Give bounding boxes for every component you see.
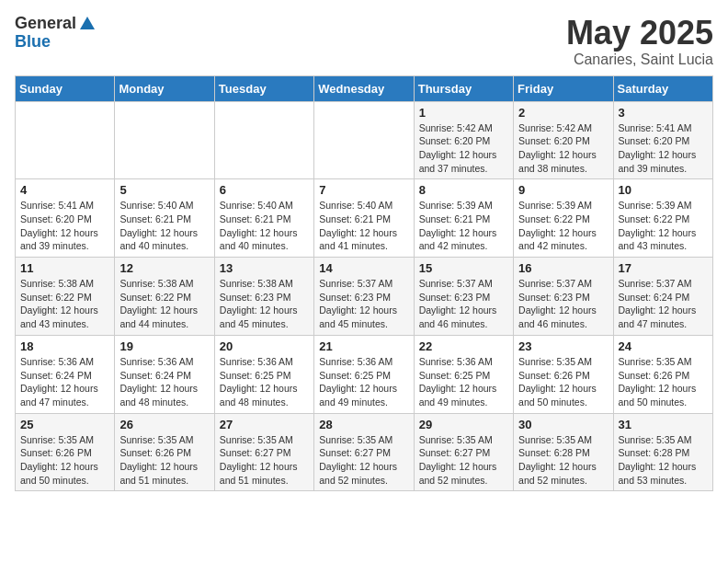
logo-blue-text: Blue — [15, 33, 51, 52]
calendar-cell: 2Sunrise: 5:42 AM Sunset: 6:20 PM Daylig… — [514, 101, 613, 179]
day-info: Sunrise: 5:35 AM Sunset: 6:28 PM Dayligh… — [518, 433, 608, 488]
day-info: Sunrise: 5:40 AM Sunset: 6:21 PM Dayligh… — [119, 199, 209, 253]
day-number: 22 — [419, 339, 508, 353]
day-number: 8 — [419, 183, 508, 197]
calendar-cell: 25Sunrise: 5:35 AM Sunset: 6:26 PM Dayli… — [16, 413, 115, 491]
day-number: 29 — [419, 418, 508, 431]
day-info: Sunrise: 5:35 AM Sunset: 6:26 PM Dayligh… — [518, 355, 608, 409]
calendar-cell: 8Sunrise: 5:39 AM Sunset: 6:21 PM Daylig… — [414, 179, 513, 258]
day-number: 2 — [518, 106, 608, 120]
calendar-cell: 16Sunrise: 5:37 AM Sunset: 6:23 PM Dayli… — [514, 258, 613, 336]
calendar-cell: 27Sunrise: 5:35 AM Sunset: 6:27 PM Dayli… — [214, 413, 313, 491]
day-number: 5 — [119, 183, 209, 197]
day-number: 11 — [20, 261, 109, 275]
calendar-cell: 10Sunrise: 5:39 AM Sunset: 6:22 PM Dayli… — [613, 179, 712, 258]
calendar-cell: 12Sunrise: 5:38 AM Sunset: 6:22 PM Dayli… — [115, 258, 214, 336]
calendar-cell: 28Sunrise: 5:35 AM Sunset: 6:27 PM Dayli… — [314, 413, 414, 491]
calendar-cell: 11Sunrise: 5:38 AM Sunset: 6:22 PM Dayli… — [16, 258, 115, 336]
day-info: Sunrise: 5:39 AM Sunset: 6:21 PM Dayligh… — [419, 199, 508, 253]
calendar-cell: 15Sunrise: 5:37 AM Sunset: 6:23 PM Dayli… — [414, 258, 513, 336]
calendar-week-row: 25Sunrise: 5:35 AM Sunset: 6:26 PM Dayli… — [16, 413, 713, 491]
day-info: Sunrise: 5:38 AM Sunset: 6:22 PM Dayligh… — [119, 277, 209, 331]
column-header-thursday: Thursday — [414, 75, 513, 101]
calendar-cell: 17Sunrise: 5:37 AM Sunset: 6:24 PM Dayli… — [613, 258, 712, 336]
calendar-cell: 26Sunrise: 5:35 AM Sunset: 6:26 PM Dayli… — [115, 413, 214, 491]
calendar-cell: 30Sunrise: 5:35 AM Sunset: 6:28 PM Dayli… — [514, 413, 613, 491]
column-header-friday: Friday — [514, 75, 613, 101]
day-info: Sunrise: 5:35 AM Sunset: 6:26 PM Dayligh… — [20, 433, 109, 488]
month-title: May 2025 — [566, 15, 713, 52]
day-info: Sunrise: 5:41 AM Sunset: 6:20 PM Dayligh… — [20, 199, 109, 253]
day-info: Sunrise: 5:42 AM Sunset: 6:20 PM Dayligh… — [419, 121, 508, 176]
calendar-week-row: 11Sunrise: 5:38 AM Sunset: 6:22 PM Dayli… — [16, 258, 713, 336]
day-number: 19 — [119, 339, 209, 353]
calendar-cell: 1Sunrise: 5:42 AM Sunset: 6:20 PM Daylig… — [414, 101, 513, 179]
day-info: Sunrise: 5:36 AM Sunset: 6:25 PM Dayligh… — [220, 355, 309, 409]
day-number: 23 — [518, 339, 608, 353]
calendar-cell: 14Sunrise: 5:37 AM Sunset: 6:23 PM Dayli… — [314, 258, 414, 336]
day-info: Sunrise: 5:36 AM Sunset: 6:24 PM Dayligh… — [119, 355, 209, 409]
calendar-cell: 31Sunrise: 5:35 AM Sunset: 6:28 PM Dayli… — [613, 413, 712, 491]
column-header-saturday: Saturday — [613, 75, 712, 101]
day-info: Sunrise: 5:36 AM Sunset: 6:24 PM Dayligh… — [20, 355, 109, 409]
day-info: Sunrise: 5:35 AM Sunset: 6:27 PM Dayligh… — [220, 433, 309, 488]
calendar-header-row: SundayMondayTuesdayWednesdayThursdayFrid… — [16, 75, 713, 101]
day-number: 20 — [220, 339, 309, 353]
day-number: 24 — [619, 339, 708, 353]
calendar-table: SundayMondayTuesdayWednesdayThursdayFrid… — [15, 75, 713, 492]
logo: General Blue — [15, 15, 97, 52]
day-number: 6 — [220, 183, 309, 197]
day-number: 31 — [619, 418, 708, 431]
day-info: Sunrise: 5:35 AM Sunset: 6:28 PM Dayligh… — [619, 433, 708, 488]
day-info: Sunrise: 5:37 AM Sunset: 6:23 PM Dayligh… — [319, 277, 408, 331]
day-info: Sunrise: 5:38 AM Sunset: 6:22 PM Dayligh… — [20, 277, 109, 331]
day-info: Sunrise: 5:36 AM Sunset: 6:25 PM Dayligh… — [419, 355, 508, 409]
day-number: 13 — [220, 261, 309, 275]
location-title: Canaries, Saint Lucia — [566, 52, 713, 68]
day-info: Sunrise: 5:37 AM Sunset: 6:24 PM Dayligh… — [619, 277, 708, 331]
logo-general-text: General — [15, 15, 76, 33]
calendar-cell — [115, 101, 214, 179]
day-number: 14 — [319, 261, 408, 275]
day-number: 18 — [20, 339, 109, 353]
day-number: 27 — [220, 418, 309, 431]
day-info: Sunrise: 5:37 AM Sunset: 6:23 PM Dayligh… — [518, 277, 608, 331]
calendar-week-row: 4Sunrise: 5:41 AM Sunset: 6:20 PM Daylig… — [16, 179, 713, 258]
page-header: General Blue May 2025 Canaries, Saint Lu… — [15, 15, 713, 68]
day-info: Sunrise: 5:38 AM Sunset: 6:23 PM Dayligh… — [220, 277, 309, 331]
calendar-cell — [314, 101, 414, 179]
calendar-week-row: 18Sunrise: 5:36 AM Sunset: 6:24 PM Dayli… — [16, 335, 713, 413]
day-number: 16 — [518, 261, 608, 275]
calendar-cell: 20Sunrise: 5:36 AM Sunset: 6:25 PM Dayli… — [214, 335, 313, 413]
calendar-cell: 18Sunrise: 5:36 AM Sunset: 6:24 PM Dayli… — [16, 335, 115, 413]
day-number: 10 — [619, 183, 708, 197]
column-header-wednesday: Wednesday — [314, 75, 414, 101]
calendar-cell: 4Sunrise: 5:41 AM Sunset: 6:20 PM Daylig… — [16, 179, 115, 258]
day-number: 7 — [319, 183, 408, 197]
day-number: 15 — [419, 261, 508, 275]
calendar-cell: 21Sunrise: 5:36 AM Sunset: 6:25 PM Dayli… — [314, 335, 414, 413]
column-header-tuesday: Tuesday — [214, 75, 313, 101]
day-info: Sunrise: 5:35 AM Sunset: 6:26 PM Dayligh… — [619, 355, 708, 409]
calendar-cell: 6Sunrise: 5:40 AM Sunset: 6:21 PM Daylig… — [214, 179, 313, 258]
calendar-cell: 23Sunrise: 5:35 AM Sunset: 6:26 PM Dayli… — [514, 335, 613, 413]
calendar-cell: 3Sunrise: 5:41 AM Sunset: 6:20 PM Daylig… — [613, 101, 712, 179]
day-number: 1 — [419, 106, 508, 120]
day-number: 30 — [518, 418, 608, 431]
day-info: Sunrise: 5:40 AM Sunset: 6:21 PM Dayligh… — [319, 199, 408, 253]
calendar-cell: 7Sunrise: 5:40 AM Sunset: 6:21 PM Daylig… — [314, 179, 414, 258]
day-info: Sunrise: 5:41 AM Sunset: 6:20 PM Dayligh… — [619, 121, 708, 176]
title-block: May 2025 Canaries, Saint Lucia — [566, 15, 713, 68]
day-info: Sunrise: 5:35 AM Sunset: 6:26 PM Dayligh… — [119, 433, 209, 488]
calendar-cell: 5Sunrise: 5:40 AM Sunset: 6:21 PM Daylig… — [115, 179, 214, 258]
logo-icon — [78, 15, 97, 33]
day-info: Sunrise: 5:35 AM Sunset: 6:27 PM Dayligh… — [419, 433, 508, 488]
calendar-cell — [214, 101, 313, 179]
calendar-cell: 29Sunrise: 5:35 AM Sunset: 6:27 PM Dayli… — [414, 413, 513, 491]
day-number: 17 — [619, 261, 708, 275]
calendar-cell: 13Sunrise: 5:38 AM Sunset: 6:23 PM Dayli… — [214, 258, 313, 336]
day-number: 25 — [20, 418, 109, 431]
day-info: Sunrise: 5:42 AM Sunset: 6:20 PM Dayligh… — [518, 121, 608, 176]
day-info: Sunrise: 5:39 AM Sunset: 6:22 PM Dayligh… — [619, 199, 708, 253]
day-number: 4 — [20, 183, 109, 197]
